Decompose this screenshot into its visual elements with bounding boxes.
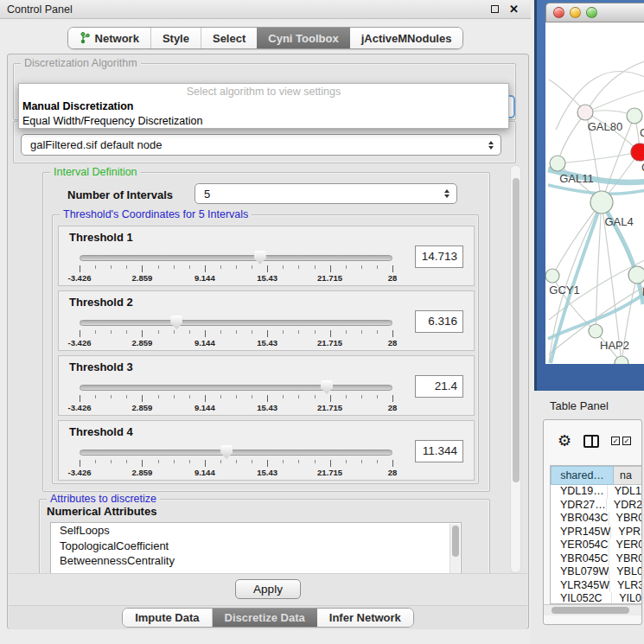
tab-style[interactable]: Style xyxy=(151,28,201,48)
table-data-value: galFiltered.sif default node xyxy=(30,138,162,151)
tick-mark xyxy=(80,460,80,467)
attribute-list-item[interactable]: TopologicalCoefficient xyxy=(51,539,461,554)
network-node-gcy1[interactable] xyxy=(545,269,559,283)
settings-scroll-area: Interval Definition Number of Intervals … xyxy=(13,165,504,573)
tick-mark xyxy=(252,395,252,399)
network-node-gal4[interactable] xyxy=(590,191,613,214)
network-node-hap2[interactable] xyxy=(589,324,603,338)
control-panel-tabbar: NetworkStyleSelectCyni ToolboxjActiveMNo… xyxy=(0,27,531,49)
float-window-icon[interactable] xyxy=(491,5,499,13)
dropdown-option-manual-discretization[interactable]: Manual Discretization xyxy=(19,99,508,114)
tab-network[interactable]: Network xyxy=(68,28,151,48)
apply-row: Apply xyxy=(9,573,527,604)
network-node-ga[interactable] xyxy=(627,108,642,124)
slider-thumb[interactable] xyxy=(220,445,233,459)
threshold-value-field[interactable]: 11.344 xyxy=(415,440,463,462)
checkbox-icon[interactable]: ✓ xyxy=(622,437,631,445)
cell-shared-name: YBR045C xyxy=(551,552,609,566)
tick-mark xyxy=(236,395,237,399)
network-node-gal11[interactable] xyxy=(550,156,565,171)
column-visibility-icons[interactable]: ✓ ✓ xyxy=(611,437,631,445)
apply-button[interactable]: Apply xyxy=(235,579,301,599)
network-edge[interactable] xyxy=(552,202,602,276)
table-panel: Table Panel ⚙ ✓ ✓ shared… na YDL19…YDL1Y… xyxy=(531,391,644,644)
slider-thumb[interactable] xyxy=(321,380,333,394)
table-data-combobox[interactable]: galFiltered.sif default node xyxy=(21,134,501,156)
tab-impute-data[interactable]: Impute Data xyxy=(123,609,212,627)
threshold-slider[interactable] xyxy=(80,385,392,392)
attribute-list-item[interactable]: SelfLoops xyxy=(51,523,461,539)
bottom-tabs-strip: Impute DataDiscretize DataInfer Network xyxy=(9,605,527,629)
dropdown-option-equal-width-frequency[interactable]: Equal Width/Frequency Discretization xyxy=(19,114,508,129)
attributes-list-scrollbar-thumb[interactable] xyxy=(452,526,459,557)
split-view-icon[interactable] xyxy=(583,435,599,448)
settings-vertical-scrollbar-thumb[interactable] xyxy=(513,178,520,482)
table-row[interactable]: YLR345WYLR3 xyxy=(551,579,641,593)
network-edge[interactable] xyxy=(558,112,586,163)
threshold-value-field[interactable]: 6.316 xyxy=(415,310,463,333)
slider-ticks xyxy=(80,265,392,273)
settings-vertical-scrollbar[interactable] xyxy=(510,165,521,573)
threshold-slider[interactable] xyxy=(80,320,392,328)
attributes-list-scrollbar[interactable] xyxy=(450,524,460,573)
threshold-slider[interactable] xyxy=(80,450,392,457)
close-panel-icon[interactable]: ✕ xyxy=(509,3,519,15)
slider-scale-labels: -3.4262.8599.14415.4321.71528 xyxy=(80,468,392,478)
mac-close-button[interactable] xyxy=(553,7,564,18)
table-row[interactable]: YIL052CYIL0 xyxy=(551,592,641,604)
combo-spinner-icon xyxy=(488,141,494,150)
tab-discretize-data[interactable]: Discretize Data xyxy=(213,609,317,627)
checkbox-icon[interactable]: ✓ xyxy=(611,437,620,445)
tab-label: Style xyxy=(163,32,189,45)
tick-mark xyxy=(298,460,299,463)
column-header-shared-name[interactable]: shared… xyxy=(551,466,614,485)
tick-mark xyxy=(267,265,268,272)
cell-shared-name: YPR145W xyxy=(551,526,610,539)
numerical-attributes-list[interactable]: SelfLoopsTopologicalCoefficientBetweenne… xyxy=(50,522,462,573)
slider-ticks xyxy=(80,395,392,403)
network-edge[interactable] xyxy=(586,61,644,112)
table-horizontal-scrollbar-thumb[interactable] xyxy=(552,607,629,614)
tab-infer-network[interactable]: Infer Network xyxy=(317,609,413,627)
network-node-gal80[interactable] xyxy=(577,105,593,120)
table-row[interactable]: YER054CYER0 xyxy=(551,539,641,552)
scale-label: -3.426 xyxy=(68,468,92,477)
network-edge[interactable] xyxy=(558,152,640,163)
network-node-h[interactable] xyxy=(628,266,644,284)
cyni-toolbox-panel: Discretization Algorithm Select algorith… xyxy=(7,54,529,629)
tick-mark xyxy=(126,265,127,269)
network-icon xyxy=(80,32,90,44)
table-settings-gear-icon[interactable]: ⚙ xyxy=(558,433,571,449)
number-of-intervals-combobox[interactable]: 5 xyxy=(194,183,457,204)
threshold-value-field[interactable]: 14.713 xyxy=(415,245,463,268)
column-header-name[interactable]: na xyxy=(614,466,641,485)
table-row[interactable]: YBR043CYBR0 xyxy=(551,512,641,526)
tick-mark xyxy=(174,330,175,334)
tab-select[interactable]: Select xyxy=(201,28,257,48)
threshold-slider[interactable] xyxy=(80,255,392,263)
tab-cyni-toolbox[interactable]: Cyni Toolbox xyxy=(257,28,349,48)
table-row[interactable]: YDL19…YDL1 xyxy=(551,485,641,499)
table-row[interactable]: YDR27…YDR2 xyxy=(551,499,641,513)
slider-thumb[interactable] xyxy=(254,251,266,265)
network-node-c[interactable] xyxy=(631,143,644,161)
network-edge-thick[interactable] xyxy=(551,202,602,363)
network-canvas[interactable]: GAL80GACGAL11GAL4GCY1HHAP2 xyxy=(545,22,644,364)
mac-minimize-button[interactable] xyxy=(570,7,581,18)
mac-zoom-button[interactable] xyxy=(586,7,597,18)
threshold-value-field[interactable]: 21.4 xyxy=(415,375,463,398)
table-row[interactable]: YBR045CYBR0 xyxy=(551,552,641,566)
scale-label: 15.43 xyxy=(257,468,277,477)
tab-jactivemnodules[interactable]: jActiveMNodules xyxy=(350,28,463,48)
tick-mark xyxy=(392,395,393,402)
tick-mark xyxy=(392,265,393,272)
attribute-list-item[interactable]: BetweennessCentrality xyxy=(51,553,461,569)
network-node-label: GAL11 xyxy=(559,172,594,185)
table-horizontal-scrollbar[interactable] xyxy=(544,604,641,615)
table-row[interactable]: YPR145WYPR1 xyxy=(551,526,641,539)
table-rows: YDL19…YDL1YDR27…YDR2YBR043CYBR0YPR145WYP… xyxy=(551,485,641,604)
scale-label: 15.43 xyxy=(257,403,277,412)
slider-thumb[interactable] xyxy=(170,316,182,329)
tick-mark xyxy=(174,395,175,399)
table-row[interactable]: YBL079WYBL0 xyxy=(551,565,641,579)
